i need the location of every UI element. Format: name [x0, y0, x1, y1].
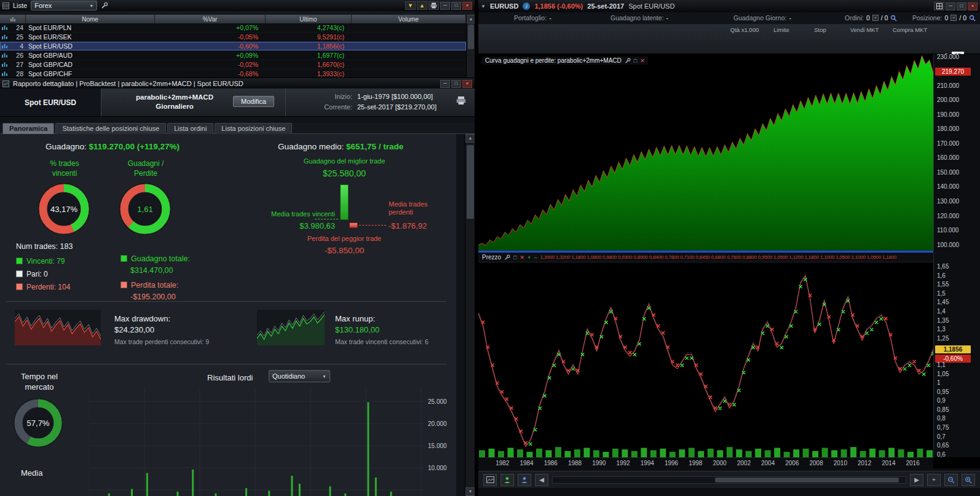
- close-position-icon[interactable]: ×: [950, 15, 957, 21]
- instrument-name: Spot EUR/USD: [628, 2, 674, 10]
- maximize-button[interactable]: □: [451, 2, 461, 10]
- column-header-ultimo[interactable]: Ultimo: [266, 15, 352, 23]
- x-tick-label: 1996: [665, 460, 678, 466]
- avg-loss-bar: [349, 222, 358, 228]
- time-axis[interactable]: 1982198419861988199019921994199619982000…: [478, 457, 933, 468]
- x-tick-label: 2012: [858, 460, 871, 466]
- table-row[interactable]: 28Spot GBP/CHF-0,68%1,3933(c): [0, 69, 466, 78]
- orders-panel-icon[interactable]: [518, 474, 531, 486]
- max-consecutive-wins: Max trade vincenti consecutivi: 6: [335, 338, 429, 345]
- instrument-chart-icon[interactable]: [0, 25, 10, 31]
- strategies-icon[interactable]: [500, 474, 514, 486]
- scroll-down-icon[interactable]: ▼: [465, 487, 475, 496]
- instrument-chart-icon[interactable]: [0, 61, 10, 68]
- column-header-var[interactable]: %Var: [155, 15, 266, 23]
- report-dates-cell: Inizio: 1-giu-1979 [$100.000,00] Corrent…: [286, 89, 475, 116]
- scroll-thumb[interactable]: [467, 145, 474, 219]
- close-orders-icon[interactable]: ×: [872, 15, 879, 21]
- instrument-name: Spot GBP/CAD: [26, 61, 155, 68]
- chart-hscrollbar[interactable]: [552, 476, 906, 484]
- maximize-button[interactable]: □: [957, 2, 966, 10]
- instrument-chart-icon[interactable]: [0, 71, 10, 77]
- list-selector[interactable]: Forex▼: [31, 1, 97, 10]
- tab-lista-ordini[interactable]: Lista ordini: [167, 123, 213, 134]
- grid-view-icon[interactable]: [934, 2, 944, 10]
- detach-pane-icon[interactable]: □: [634, 58, 637, 64]
- tab-statistiche-delle-posizioni-chiuse[interactable]: Statistiche delle posizioni chiuse: [55, 123, 166, 134]
- win-rate-donut-chart: 43,17%: [37, 182, 91, 238]
- price-y-axis: 1,1856 -0,60% 1,651,61,551,51,451,41,351…: [933, 253, 980, 457]
- close-button[interactable]: ×: [462, 2, 472, 10]
- close-pane-icon[interactable]: ✕: [640, 58, 645, 64]
- scroll-up-icon[interactable]: ▲: [467, 15, 475, 23]
- modify-button[interactable]: Modifica: [233, 96, 274, 107]
- scroll-thumb[interactable]: [468, 25, 474, 49]
- price-pane[interactable]: Prezzo □ ✕ + − 1,3900 1,3200 1,1800 1,08…: [478, 253, 980, 468]
- y-tick-label: 1,3: [937, 326, 946, 333]
- tab-lista-posizioni-chiuse[interactable]: Lista posizioni chiuse: [215, 123, 292, 134]
- gross-results-bar-chart[interactable]: 25.00020.00015.00010.000: [89, 388, 449, 496]
- column-header-volume[interactable]: Volume: [352, 15, 466, 23]
- scroll-up-icon[interactable]: ▲: [465, 134, 475, 143]
- tab-panoramica[interactable]: Panoramica: [2, 123, 54, 134]
- gross-results-period-selector[interactable]: Quotidiano▼: [269, 370, 330, 382]
- max-drawdown-label: Max drawdown:: [114, 314, 170, 323]
- minimize-button[interactable]: ─: [440, 80, 450, 88]
- crosshair-icon[interactable]: +: [927, 474, 941, 486]
- x-tick-label: 1990: [592, 460, 606, 466]
- close-button[interactable]: ×: [968, 2, 978, 10]
- chevron-down-icon: ▼: [89, 4, 93, 8]
- table-row[interactable]: 24Spot EUR/PLN+0,07%4,2743(c): [0, 23, 466, 33]
- instrument-chart-icon[interactable]: [0, 52, 10, 58]
- strategy-label: parabolic+2mm+MACD: [110, 93, 239, 102]
- instrument-chart-icon[interactable]: [0, 43, 10, 49]
- y-tick-label: 1: [937, 379, 941, 386]
- y-tick-label: 210.000: [937, 82, 959, 89]
- wrench-icon[interactable]: [625, 58, 631, 64]
- chevron-down-icon[interactable]: ▼: [481, 4, 486, 9]
- legend-item: Vincenti: 79: [16, 254, 70, 267]
- x-tick-label: 1992: [616, 460, 630, 466]
- scroll-left-icon[interactable]: ◀: [535, 474, 548, 486]
- zoom-out-pane-icon[interactable]: −: [534, 254, 537, 261]
- scroll-right-icon[interactable]: ▶: [910, 474, 923, 486]
- report-scrollbar[interactable]: ▲ ▼: [465, 134, 475, 496]
- close-pane-icon[interactable]: ✕: [520, 254, 525, 261]
- watchlist-scrollbar[interactable]: ▲: [466, 15, 475, 78]
- close-button[interactable]: ×: [462, 80, 472, 88]
- table-row[interactable]: 27Spot GBP/CAD-0,02%1,6670(c): [0, 60, 466, 69]
- chart-bottom-toolbar: ◀ ▶ +: [478, 471, 980, 488]
- info-icon[interactable]: i: [523, 2, 530, 10]
- detach-pane-icon[interactable]: □: [513, 254, 516, 261]
- price-chart[interactable]: [478, 262, 933, 457]
- equity-curve-pane[interactable]: Curva guadagni e perdite: parabolic+2mm+…: [478, 54, 980, 251]
- instrument-chart-icon[interactable]: [0, 34, 10, 40]
- table-row[interactable]: 26Spot GBP/AUD+0,09%1,6977(c): [0, 51, 466, 60]
- zoom-in-pane-icon[interactable]: +: [528, 254, 531, 261]
- wrench-icon[interactable]: [101, 2, 108, 9]
- y-tick-label: 1,25: [937, 335, 949, 342]
- avg-gain-line: Guadagno medio: $651,75 / trade: [278, 142, 403, 151]
- column-header-nome[interactable]: Nome: [26, 15, 155, 23]
- equity-curve-chart[interactable]: [478, 54, 933, 251]
- table-row[interactable]: 25Spot EUR/SEK-0,05%9,5291(c): [0, 33, 466, 42]
- minimize-button[interactable]: ─: [946, 2, 955, 10]
- y-tick-label: 1,55: [937, 281, 949, 288]
- report-window-icon: [2, 81, 9, 87]
- move-up-button[interactable]: ▲: [417, 1, 427, 10]
- total-gain-amount: $314.470,00: [130, 266, 173, 275]
- print-icon[interactable]: [456, 96, 466, 105]
- print-icon[interactable]: [429, 1, 439, 10]
- pct-change: +0,09%: [155, 52, 266, 59]
- wrench-icon[interactable]: [504, 254, 510, 261]
- search-position-icon[interactable]: [969, 15, 976, 22]
- zoom-out-icon[interactable]: [944, 474, 958, 486]
- search-orders-icon[interactable]: [890, 15, 897, 22]
- export-image-icon[interactable]: [483, 474, 497, 486]
- table-row[interactable]: 4Spot EUR/USD-0,60%1,1856(c): [0, 42, 466, 51]
- minimize-button[interactable]: ─: [440, 2, 450, 10]
- hscroll-thumb[interactable]: [715, 478, 898, 482]
- move-down-button[interactable]: ▼: [405, 1, 416, 10]
- zoom-in-icon[interactable]: [962, 474, 975, 486]
- maximize-button[interactable]: □: [451, 80, 461, 88]
